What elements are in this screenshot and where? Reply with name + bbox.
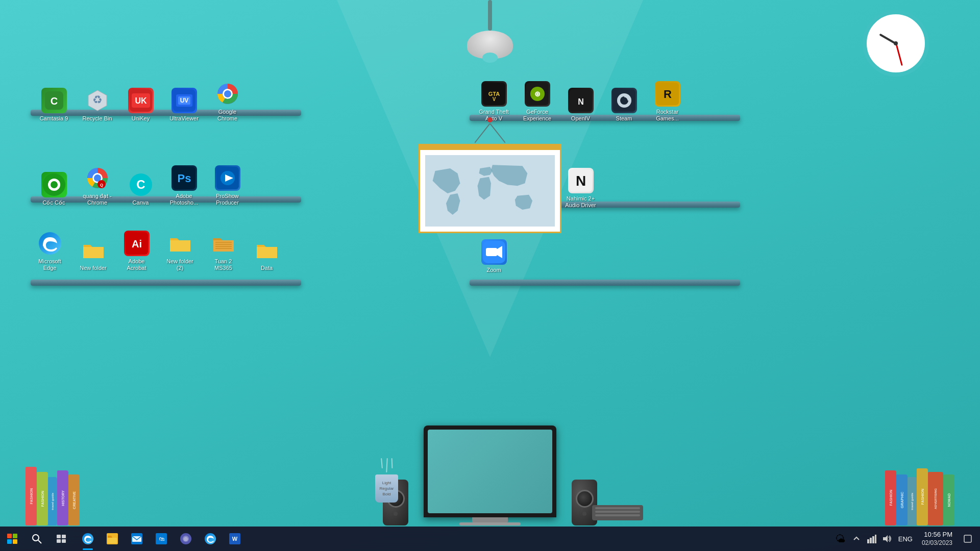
canva-label: Canva (133, 199, 149, 206)
icon-edge[interactable]: Microsoft Edge (31, 229, 69, 273)
proshow-label: ProShow Producer (210, 193, 244, 206)
edge-label: Microsoft Edge (33, 258, 67, 271)
svg-text:C: C (50, 95, 57, 107)
coffee-cup: Light Regular Bold (375, 458, 398, 503)
data-icon-img (254, 237, 280, 263)
icon-nahimic[interactable]: N Nahimic 2+ Audio Driver (561, 166, 600, 211)
svg-rect-82 (870, 538, 872, 543)
icon-data-folder[interactable]: Data (248, 235, 286, 273)
book-right-3: travel guide (908, 477, 917, 525)
acrobat-label: Adobe Acrobat (119, 258, 154, 271)
start-button[interactable] (0, 527, 24, 551)
svg-text:Q: Q (100, 183, 103, 187)
clock-face (867, 14, 925, 72)
svg-text:W: W (232, 536, 238, 542)
camtasia-icon-img: C (41, 88, 67, 113)
taskbar-word[interactable]: W (223, 527, 247, 551)
clock-minute-hand (895, 43, 903, 66)
icon-canva[interactable]: C Canva (121, 170, 160, 208)
lamp-shade (467, 31, 513, 59)
book-left-3: travel guide (48, 477, 57, 525)
taskbar: 🛍 ◎ W 🌤 (0, 527, 980, 551)
icon-recycle-bin[interactable]: ♻ Recycle Bin (78, 86, 116, 124)
icon-acrobat[interactable]: Ai Adobe Acrobat (117, 229, 156, 273)
imac-screen (424, 425, 556, 517)
volume-icon[interactable] (881, 533, 893, 545)
svg-line-60 (475, 123, 490, 143)
icon-unikey[interactable]: UK UniKey (121, 86, 160, 124)
taskbar-cortana[interactable]: ◎ (174, 527, 198, 551)
svg-text:UK: UK (135, 96, 147, 105)
projector-strings (475, 123, 505, 144)
recycle-icon-img: ♻ (85, 88, 110, 113)
lamp-rod (488, 0, 492, 31)
icon-new-folder[interactable]: New folder (74, 235, 112, 273)
projector-dot (487, 117, 493, 122)
edge-icon-img (37, 231, 63, 256)
rockstar-label: Rockstar Games... (650, 109, 684, 122)
taskbar-store-icon: 🛍 (156, 533, 167, 544)
icon-coccoc[interactable]: Cốc Cốc (35, 170, 73, 208)
icon-chrome[interactable]: Google Chrome (208, 79, 247, 124)
icon-zoom[interactable]: Zoom (475, 237, 513, 276)
icon-quangdat-chrome[interactable]: Q quang đạt - Chrome (78, 163, 116, 208)
icon-openiv[interactable]: N OpenIV (561, 86, 600, 124)
windows-logo-icon (7, 534, 17, 544)
notification-button[interactable] (960, 527, 976, 551)
recycle-label: Recycle Bin (82, 115, 112, 122)
cup-label: Light Regular Bold (377, 480, 396, 497)
shelf-left-3-icons: Microsoft Edge New folder Ai Adobe Acrob… (31, 229, 286, 273)
shelf-right-3-icons: Zoom (475, 237, 513, 276)
svg-rect-83 (872, 536, 874, 543)
icon-steam[interactable]: Steam (605, 86, 643, 124)
desk-scene (383, 425, 597, 525)
imac (424, 425, 556, 525)
openiv-label: OpenIV (571, 115, 590, 122)
chrome-label: Google Chrome (210, 109, 244, 122)
icon-photoshop[interactable]: Ps Adobe Photosho... (165, 163, 203, 208)
show-hidden-icons-button[interactable] (850, 533, 863, 545)
icon-new-folder-2[interactable]: New folder (2) (161, 229, 199, 273)
search-button[interactable] (24, 527, 49, 551)
date-display: 02/03/2023 (922, 539, 952, 547)
newfolder2-icon-img (167, 231, 193, 256)
svg-text:Ai: Ai (132, 238, 142, 249)
icon-tuan2-ms365[interactable]: Tuan 2 MS365 (204, 229, 242, 273)
tuan2ms365-icon-img (211, 231, 236, 256)
icon-ultraviewer[interactable]: UV UltraViewer (165, 86, 203, 124)
ultraviewer-label: UltraViewer (169, 115, 199, 122)
icon-camtasia[interactable]: C Camtasia 9 (35, 86, 73, 124)
task-view-button[interactable] (49, 527, 74, 551)
ceiling-lamp (467, 0, 513, 59)
clock-widget[interactable] (863, 10, 929, 77)
newfolder-icon-img (81, 237, 106, 263)
network-icon[interactable] (866, 533, 878, 545)
geforce-icon-img: ⊛ (525, 81, 550, 107)
lamp-bulb (482, 53, 498, 63)
volume-indicator-icon (883, 534, 892, 543)
taskbar-edge-icon (82, 533, 93, 544)
svg-marker-85 (883, 535, 888, 542)
taskbar-explorer[interactable] (100, 527, 125, 551)
taskbar-time[interactable]: 10:56 PM 02/03/2023 (918, 531, 957, 547)
imac-neck (472, 517, 508, 522)
icon-proshow[interactable]: ProShow Producer (208, 163, 247, 208)
quangdat-icon-img: Q (85, 165, 110, 191)
weather-icon[interactable]: 🌤 (833, 533, 847, 545)
svg-rect-64 (57, 535, 61, 538)
ultraviewer-icon-img: UV (172, 88, 197, 113)
book-left-4: HISTORY (57, 470, 68, 525)
world-map (425, 155, 555, 227)
icon-rockstar[interactable]: R Rockstar Games... (648, 79, 687, 124)
language-indicator[interactable]: ENG (896, 535, 915, 543)
svg-rect-67 (62, 539, 66, 543)
steam-icon-img (611, 88, 637, 113)
taskbar-edge-2[interactable] (198, 527, 223, 551)
imac-display (428, 430, 552, 513)
book-right-2: GRAPHIC (896, 474, 908, 525)
taskbar-store[interactable]: 🛍 (149, 527, 174, 551)
taskbar-mail[interactable] (125, 527, 149, 551)
taskbar-edge[interactable] (76, 527, 100, 551)
book-right-5: ADVERTISING (928, 472, 943, 525)
canva-icon-img: C (128, 172, 154, 197)
